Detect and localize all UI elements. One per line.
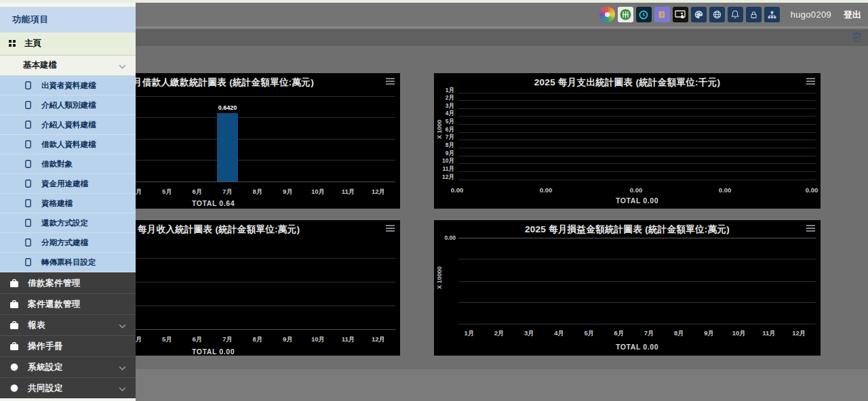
gridline <box>458 132 816 133</box>
x-tick-label: 10月 <box>306 188 330 196</box>
record-icon <box>25 81 31 89</box>
gridline <box>458 100 816 101</box>
record-icon <box>25 180 31 188</box>
topbar-icon-group <box>597 7 780 22</box>
chevron-down-icon <box>119 361 126 373</box>
chart-total-label: TOTAL 0.00 <box>458 196 816 205</box>
sidebar-subitem[interactable]: 資格建檔 <box>0 194 136 213</box>
sitemap-icon[interactable] <box>764 7 780 22</box>
x-tick-label: 12月 <box>787 329 811 338</box>
clock-app-icon[interactable] <box>636 7 652 22</box>
sidebar-subitem-label: 出資者資料建檔 <box>41 81 96 91</box>
y-tick-label: 1月 <box>438 87 454 95</box>
sidebar-subitem[interactable]: 資金用途建檔 <box>0 174 136 194</box>
gridline <box>458 116 816 117</box>
sidebar-subitem-label: 借款人資料建檔 <box>41 140 96 150</box>
y-tick-label: 0.00 <box>439 234 456 241</box>
x-tick-label: 9月 <box>697 329 722 338</box>
chart-title: 2025 每月支出統計圖表 (統計金額單位:千元) <box>434 77 821 89</box>
sidebar-group-basic-records[interactable]: 基本建檔 <box>0 56 136 76</box>
sidebar-item[interactable]: 報表 <box>0 314 136 335</box>
x-tick-label: 6月 <box>607 329 631 338</box>
record-icon <box>25 140 31 148</box>
sidebar-item-label: 共同設定 <box>28 383 119 394</box>
record-icon <box>25 238 31 247</box>
lock-icon[interactable] <box>746 7 762 22</box>
gridline <box>458 108 816 109</box>
x-tick-label: 7月 <box>216 335 240 344</box>
gridline <box>458 259 816 259</box>
x-tick-label: 1月 <box>457 329 481 338</box>
x-tick-label: 0.00 <box>534 186 558 194</box>
sidebar-subitem-label: 分期方式建檔 <box>41 238 88 248</box>
board-app-icon[interactable] <box>673 7 688 22</box>
trash-icon[interactable] <box>852 31 862 45</box>
chart-title: 2025 每月損益金額統計圖表 (統計金額單位:萬元) <box>434 224 821 236</box>
gridline <box>458 302 816 303</box>
x-tick-label: 6月 <box>185 335 210 344</box>
logout-button[interactable]: 登出 <box>844 9 861 21</box>
x-tick-label: 8月 <box>245 335 270 344</box>
sidebar-subitem[interactable]: 借款對象 <box>0 154 136 174</box>
sidebar-subitem-label: 借款對象 <box>41 159 73 169</box>
chevron-down-icon <box>119 382 126 394</box>
sidebar-subitem[interactable]: 分期方式建檔 <box>0 233 136 253</box>
sidebar-item[interactable]: 共同設定 <box>0 377 136 398</box>
sidebar-subitem[interactable]: 借款人資料建檔 <box>0 135 136 154</box>
x-tick-label: 0.00 <box>445 186 469 194</box>
bell-icon[interactable] <box>728 7 743 22</box>
chart-total-label: TOTAL 0.00 <box>458 343 816 351</box>
y-tick-label: 9月 <box>438 150 454 158</box>
axis-scale-label: X 1000 <box>436 109 443 150</box>
x-tick-label: 11月 <box>336 335 361 344</box>
palette-icon[interactable] <box>691 7 707 22</box>
gridline <box>458 124 816 125</box>
y-tick-label: 10月 <box>438 157 454 165</box>
x-tick-label: 8月 <box>667 329 691 338</box>
sidebar-subitem-label: 介紹人資料建檔 <box>41 120 96 130</box>
record-icon <box>25 101 31 109</box>
sidebar-subitem-label: 資格建檔 <box>41 198 73 209</box>
sidebar-subitem-label: 還款方式設定 <box>41 218 88 228</box>
sidebar-subitem-label: 轉傳票科目設定 <box>41 257 96 268</box>
x-tick-label: 9月 <box>276 188 300 196</box>
chart-menu-icon[interactable] <box>386 78 395 86</box>
sidebar-item-home[interactable]: 主頁 <box>0 33 136 56</box>
bank-logo-icon[interactable] <box>618 7 633 22</box>
sidebar-subitem[interactable]: 出資者資料建檔 <box>0 76 136 96</box>
x-tick-label: 11月 <box>757 329 781 338</box>
x-tick-label: 6月 <box>185 188 210 196</box>
chart-menu-icon[interactable] <box>806 225 815 233</box>
chart-menu-icon[interactable] <box>386 225 395 233</box>
sidebar-item[interactable]: 操作手冊 <box>0 335 136 356</box>
scroll-app-icon[interactable] <box>654 7 670 22</box>
grid-icon <box>9 40 16 47</box>
axis-scale-label: X 10000 <box>436 257 443 298</box>
sidebar-item[interactable]: 系統設定 <box>0 356 136 377</box>
briefcase-icon <box>9 342 20 351</box>
sidebar-subitem[interactable]: 介紹人資料建檔 <box>0 115 136 135</box>
chart-menu-icon[interactable] <box>806 78 815 86</box>
sidebar-subitem[interactable]: 還款方式設定 <box>0 213 136 233</box>
sidebar-item[interactable]: 案件還款管理 <box>0 293 136 314</box>
x-tick-label: 5月 <box>155 335 180 344</box>
bar-value-label: 0.6420 <box>211 104 245 111</box>
sidebar-item-label: 案件還款管理 <box>28 299 126 310</box>
gridline <box>458 281 816 282</box>
x-tick-label: 12月 <box>366 335 391 344</box>
pinwheel-logo-icon[interactable] <box>599 7 615 22</box>
sidebar-item[interactable]: 借款案件管理 <box>0 272 136 293</box>
sidebar-subitem[interactable]: 轉傳票科目設定 <box>0 253 136 272</box>
sidebar-subitem[interactable]: 介紹人類別建檔 <box>0 96 136 115</box>
bar <box>217 113 238 182</box>
record-icon <box>25 219 31 227</box>
sphere-icon <box>9 363 20 371</box>
x-tick-label: 0.00 <box>800 186 824 194</box>
briefcase-icon <box>9 321 20 330</box>
y-tick-label: 2月 <box>438 94 454 102</box>
sidebar: 功能項目 主頁 基本建檔 出資者資料建檔介紹人類別建檔介紹人資料建檔借款人資料建… <box>0 3 136 401</box>
record-icon <box>25 160 31 168</box>
gridline <box>458 156 816 156</box>
globe-icon[interactable] <box>709 7 725 22</box>
x-tick-label: 12月 <box>366 188 391 196</box>
